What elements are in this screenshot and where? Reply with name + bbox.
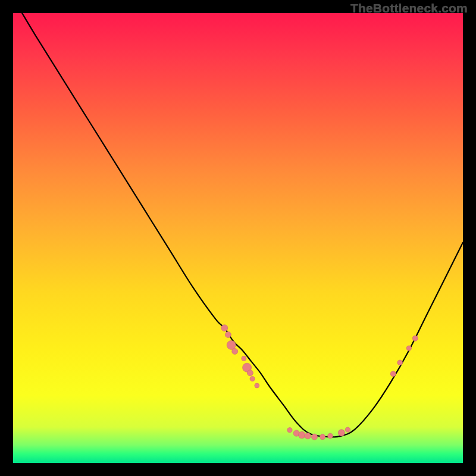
curve-dot: [287, 428, 292, 433]
curve-dot: [320, 434, 325, 440]
bottleneck-curve-svg: [13, 13, 463, 463]
curve-dot: [299, 431, 306, 439]
curve-dot: [390, 371, 396, 377]
curve-dot: [242, 356, 246, 361]
curve-dot: [412, 336, 418, 341]
curve-dot: [227, 340, 236, 349]
curve-dot: [406, 346, 411, 350]
curve-dot: [232, 349, 238, 355]
curve-dots-group: [221, 325, 418, 440]
curve-dot: [397, 360, 403, 365]
curve-dot: [225, 332, 231, 338]
curve-dot: [255, 383, 259, 388]
watermark-text: TheBottleneck.com: [350, 1, 468, 15]
gradient-plot-area: [13, 13, 463, 463]
curve-dot: [345, 427, 350, 432]
curve-dot: [312, 434, 318, 440]
curve-dot: [338, 430, 345, 436]
curve-dot: [305, 433, 311, 439]
curve-dot: [328, 433, 333, 439]
bottleneck-curve-path: [22, 13, 463, 437]
curve-dot: [247, 370, 253, 376]
curve-dot: [250, 376, 255, 381]
curve-dot: [221, 325, 228, 331]
